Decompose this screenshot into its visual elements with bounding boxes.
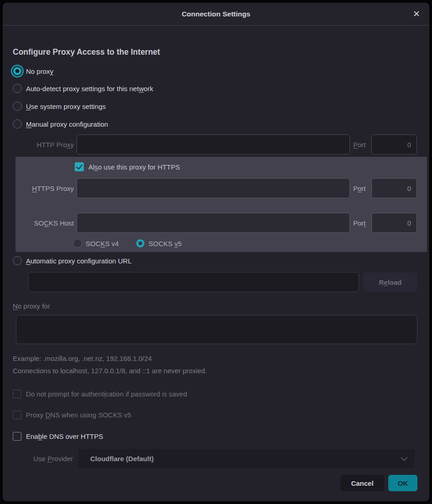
- radio-manual-proxy[interactable]: Manual proxy configuration: [13, 118, 108, 129]
- socks-port-input: [371, 213, 417, 233]
- radio-label: No proxy: [26, 67, 53, 75]
- dialog-title: Connection Settings: [3, 3, 429, 26]
- chevron-down-icon: [401, 454, 407, 460]
- screenshot-root: Connection Settings ✕ Configure Proxy Ac…: [0, 0, 432, 504]
- radio-icon: [73, 239, 82, 248]
- https-port-input: [371, 178, 417, 198]
- checkbox-proxy-dns-socks5: Proxy DNS when using SOCKS v5: [13, 409, 131, 420]
- http-port-label: Port: [353, 141, 366, 149]
- checkbox-enable-doh[interactable]: Enable DNS over HTTPS: [13, 431, 103, 442]
- connection-settings-dialog: Connection Settings ✕ Configure Proxy Ac…: [3, 3, 429, 501]
- radio-socks-v5: SOCKS v5: [136, 238, 182, 249]
- checkbox-also-use-https: Also use this proxy for HTTPS: [75, 161, 180, 172]
- radio-label: Use system proxy settings: [26, 103, 106, 110]
- checkbox-icon: [13, 411, 21, 419]
- doh-provider-dropdown: Cloudflare (Default): [78, 449, 415, 468]
- radio-label: SOCKS v5: [149, 240, 182, 247]
- https-proxy-input: [77, 178, 350, 198]
- no-proxy-for-label: No proxy for: [13, 302, 50, 310]
- socks-host-input: [77, 213, 350, 233]
- radio-selected-icon[interactable]: [13, 67, 21, 75]
- ok-button[interactable]: OK: [388, 475, 417, 491]
- cancel-button[interactable]: Cancel: [340, 475, 384, 491]
- radio-icon[interactable]: [13, 256, 22, 265]
- radio-icon[interactable]: [13, 102, 22, 111]
- checkbox-label: Do not prompt for authentication if pass…: [26, 390, 187, 398]
- close-icon[interactable]: ✕: [410, 8, 423, 21]
- reload-button: Reload: [363, 273, 417, 292]
- radio-icon[interactable]: [13, 119, 22, 129]
- radio-selected-icon: [136, 239, 144, 247]
- no-proxy-note-text: Connections to localhost, 127.0.0.1/8, a…: [13, 367, 207, 375]
- radio-label: Automatic proxy configuration URL: [26, 257, 132, 265]
- https-port-label: Port: [353, 185, 366, 192]
- socks-port-label: Port: [353, 219, 366, 227]
- no-proxy-for-textarea: [16, 315, 417, 344]
- radio-no-proxy[interactable]: No proxy: [13, 66, 53, 77]
- doh-provider-value: Cloudflare (Default): [90, 455, 402, 463]
- radio-label: Auto-detect proxy settings for this netw…: [26, 85, 153, 93]
- radio-socks-v4: SOCKS v4: [73, 238, 119, 249]
- page-title: Configure Proxy Access to the Internet: [13, 47, 160, 57]
- http-proxy-label: HTTP Proxy: [3, 141, 74, 149]
- radio-icon[interactable]: [13, 84, 22, 93]
- proxy-url-input: [28, 272, 359, 292]
- no-proxy-example-text: Example: .mozilla.org, .net.nz, 192.168.…: [13, 355, 152, 362]
- checkbox-icon: [13, 390, 21, 398]
- radio-label: SOCKS v4: [86, 240, 119, 247]
- https-proxy-label: HTTPS Proxy: [3, 185, 74, 192]
- checkbox-icon[interactable]: [13, 432, 21, 441]
- checkbox-label: Proxy DNS when using SOCKS v5: [26, 411, 131, 419]
- radio-label: Manual proxy configuration: [26, 120, 108, 128]
- radio-automatic-proxy-url[interactable]: Automatic proxy configuration URL: [13, 255, 132, 266]
- socks-host-label: SOCKS Host: [3, 219, 74, 227]
- checkbox-no-auth-prompt: Do not prompt for authentication if pass…: [13, 388, 187, 399]
- radio-system-proxy[interactable]: Use system proxy settings: [13, 101, 106, 112]
- http-port-input: [371, 134, 417, 154]
- use-provider-label: Use Provider: [3, 455, 73, 463]
- checkbox-checked-icon: [75, 162, 84, 171]
- http-proxy-input: [77, 134, 350, 154]
- checkbox-label: Also use this proxy for HTTPS: [88, 163, 180, 171]
- checkbox-label: Enable DNS over HTTPS: [26, 432, 103, 440]
- dialog-header: Connection Settings ✕: [3, 3, 429, 26]
- radio-auto-detect[interactable]: Auto-detect proxy settings for this netw…: [13, 83, 153, 94]
